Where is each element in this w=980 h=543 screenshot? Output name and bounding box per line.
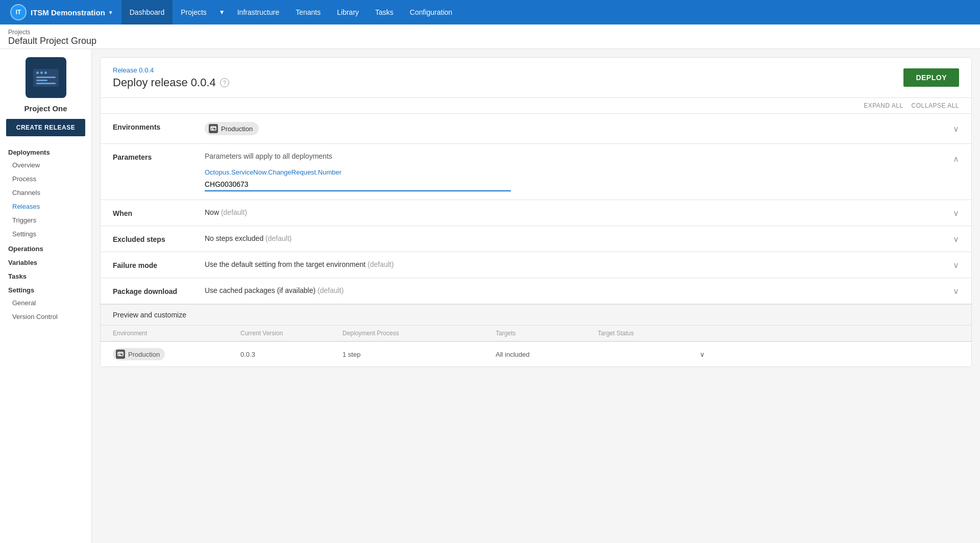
preview-section: Preview and customize Environment Curren…: [101, 304, 971, 366]
brand-logo[interactable]: IT ITSM Demonstration ▼: [6, 4, 117, 20]
top-navigation: IT ITSM Demonstration ▼ Dashboard Projec…: [0, 0, 980, 24]
package-download-value: Use cached packages (if available) (defa…: [205, 286, 959, 294]
monitor-line-2: [36, 80, 48, 81]
nav-item-dashboard[interactable]: Dashboard: [121, 0, 173, 24]
project-icon: [26, 57, 66, 98]
nav-item-projects[interactable]: Projects: [173, 0, 215, 24]
nav-item-tasks[interactable]: Tasks: [367, 0, 402, 24]
excluded-steps-value: No steps excluded (default): [205, 234, 959, 242]
preview-table-header: Environment Current Version Deployment P…: [101, 326, 971, 341]
sidebar-item-general[interactable]: General: [0, 296, 91, 310]
environment-badge-label: Production: [221, 125, 253, 133]
nav-item-tenants[interactable]: Tenants: [287, 0, 329, 24]
operations-section-label: Operations: [0, 241, 91, 255]
when-chevron[interactable]: ∨: [953, 208, 959, 218]
excluded-steps-label: Excluded steps: [113, 234, 205, 243]
preview-title: Preview and customize: [101, 305, 971, 326]
monitor-dot-1: [36, 71, 39, 74]
when-label: When: [113, 208, 205, 217]
package-download-row: Package download Use cached packages (if…: [101, 278, 971, 304]
row-current-version: 0.0.3: [240, 351, 342, 358]
expand-collapse-bar: EXPAND ALL COLLAPSE ALL: [101, 98, 971, 114]
sidebar: Project One CREATE RELEASE Deployments O…: [0, 49, 92, 543]
breadcrumb: Projects Default Project Group: [0, 24, 980, 49]
parameters-chevron[interactable]: ∧: [953, 154, 959, 164]
nav-item-library[interactable]: Library: [329, 0, 367, 24]
environments-label: Environments: [113, 122, 205, 131]
row-environment: Production: [113, 348, 240, 360]
nav-item-infrastructure[interactable]: Infrastructure: [229, 0, 287, 24]
sidebar-item-releases[interactable]: Releases: [0, 200, 91, 213]
monitor-line-1: [36, 77, 56, 78]
release-header-left: Release 0.0.4 Deploy release 0.0.4 ?: [113, 66, 229, 89]
table-row[interactable]: Production 0.0.3 1 step All included ∨: [101, 341, 971, 366]
environments-chevron[interactable]: ∨: [953, 124, 959, 134]
breadcrumb-title: Default Project Group: [8, 36, 972, 46]
failure-mode-chevron[interactable]: ∨: [953, 260, 959, 270]
sidebar-item-process[interactable]: Process: [0, 172, 91, 186]
nav-item-configuration[interactable]: Configuration: [402, 0, 460, 24]
help-icon[interactable]: ?: [220, 78, 229, 87]
breadcrumb-parent: Projects: [8, 29, 972, 36]
row-environment-badge: Production: [113, 348, 165, 360]
tasks-section-label: Tasks: [0, 268, 91, 282]
col-targets: Targets: [496, 330, 598, 337]
failure-mode-label: Failure mode: [113, 260, 205, 269]
monitor-graphic: [33, 69, 59, 87]
row-expand-chevron[interactable]: ∨: [700, 351, 720, 358]
release-panel: Release 0.0.4 Deploy release 0.0.4 ? DEP…: [100, 57, 972, 367]
monitor-dot-3: [44, 71, 47, 74]
col-expand: [700, 330, 720, 337]
failure-mode-value: Use the default setting from the target …: [205, 260, 959, 268]
failure-mode-default: (default): [368, 260, 394, 268]
monitor-line-3: [36, 83, 56, 84]
monitor-dot-2: [40, 71, 43, 74]
parameters-value: Parameters will apply to all deployments…: [205, 152, 959, 191]
release-title: Deploy release 0.0.4 ?: [113, 76, 229, 89]
parameters-row: Parameters Parameters will apply to all …: [101, 144, 971, 200]
brand-avatar: IT: [10, 4, 27, 20]
col-current-version: Current Version: [240, 330, 342, 337]
row-env-icon-svg: [117, 351, 124, 357]
package-download-chevron[interactable]: ∨: [953, 286, 959, 296]
sidebar-item-version-control[interactable]: Version Control: [0, 310, 91, 324]
deploy-button[interactable]: DEPLOY: [903, 68, 959, 87]
failure-mode-row: Failure mode Use the default setting fro…: [101, 252, 971, 278]
collapse-all-button[interactable]: COLLAPSE ALL: [912, 102, 959, 109]
project-name: Project One: [0, 104, 91, 119]
main-layout: Project One CREATE RELEASE Deployments O…: [0, 49, 980, 543]
col-target-status: Target Status: [598, 330, 700, 337]
row-deployment-process: 1 step: [342, 351, 496, 358]
when-default: (default): [221, 208, 247, 216]
row-environment-label: Production: [128, 351, 160, 358]
sidebar-item-overview[interactable]: Overview: [0, 158, 91, 172]
projects-dropdown-button[interactable]: ▼: [215, 0, 229, 24]
main-content: Release 0.0.4 Deploy release 0.0.4 ? DEP…: [92, 49, 980, 543]
col-deployment-process: Deployment Process: [342, 330, 496, 337]
when-value: Now (default): [205, 208, 959, 216]
parameters-label: Parameters: [113, 152, 205, 161]
environments-value: Production: [205, 122, 959, 135]
sidebar-item-triggers[interactable]: Triggers: [0, 213, 91, 227]
parameters-description: Parameters will apply to all deployments: [205, 152, 959, 160]
brand-dropdown-arrow: ▼: [108, 10, 113, 15]
package-download-default: (default): [317, 286, 344, 294]
row-targets: All included: [496, 351, 598, 358]
release-header: Release 0.0.4 Deploy release 0.0.4 ? DEP…: [101, 58, 971, 98]
expand-all-button[interactable]: EXPAND ALL: [864, 102, 903, 109]
settings-section-label: Settings: [0, 282, 91, 296]
environment-badge-icon: [209, 124, 218, 133]
excluded-steps-row: Excluded steps No steps excluded (defaul…: [101, 226, 971, 252]
sidebar-item-channels[interactable]: Channels: [0, 186, 91, 200]
create-release-button[interactable]: CREATE RELEASE: [6, 119, 85, 136]
sidebar-item-settings[interactable]: Settings: [0, 227, 91, 241]
param-link[interactable]: Octopus.ServiceNow.ChangeRequest.Number: [205, 168, 959, 176]
environment-badge[interactable]: Production: [205, 122, 259, 135]
monitor-dots: [36, 71, 56, 74]
package-download-label: Package download: [113, 286, 205, 295]
param-input[interactable]: [205, 178, 511, 191]
excluded-steps-chevron[interactable]: ∨: [953, 234, 959, 244]
release-link[interactable]: Release 0.0.4: [113, 66, 154, 74]
row-env-badge-icon: [116, 350, 125, 359]
deployments-section-label: Deployments: [0, 144, 91, 158]
